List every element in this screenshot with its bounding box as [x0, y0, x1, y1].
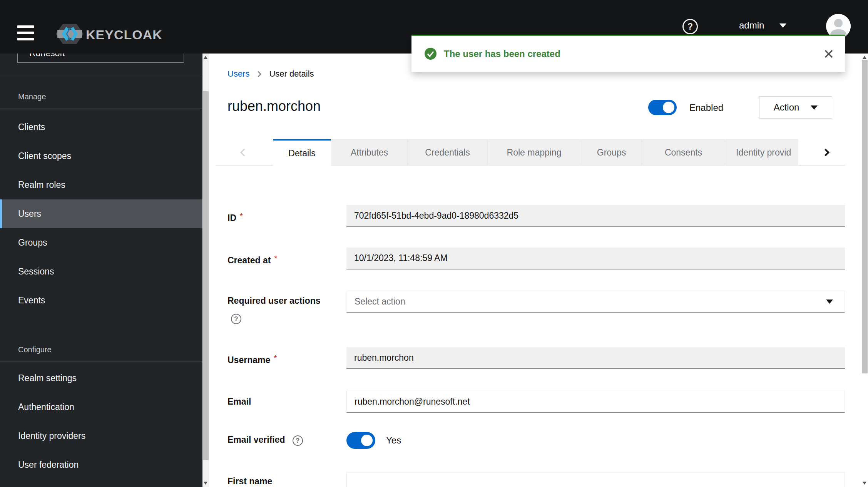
email-field[interactable] [346, 391, 845, 413]
created-at-field[interactable] [346, 248, 845, 269]
sidebar-item-authentication[interactable]: Authentication [0, 393, 202, 422]
sidebar-item-client-scopes[interactable]: Client scopes [0, 142, 202, 171]
sidebar-item-realm-roles[interactable]: Realm roles [0, 171, 202, 199]
required-indicator: * [274, 254, 277, 263]
email-verified-state: Yes [386, 435, 401, 446]
tab-attributes[interactable]: Attributes [331, 139, 408, 166]
sidebar-item-identity-providers[interactable]: Identity providers [0, 422, 202, 450]
scroll-down-icon[interactable] [204, 482, 207, 485]
success-check-icon [425, 48, 437, 60]
enabled-toggle[interactable] [648, 100, 677, 115]
tabs-strip: Details Attributes Credentials Role mapp… [216, 139, 845, 166]
scroll-down-icon[interactable] [863, 482, 866, 485]
user-menu-label: admin [739, 20, 764, 31]
keycloak-admin-console: KEYCLOAK ? admin Runesoft Manage Clients… [0, 0, 868, 487]
nav-section-configure: Configure [0, 337, 202, 362]
page-title: ruben.morchon [227, 98, 321, 114]
keycloak-logo-icon [55, 23, 84, 46]
action-dropdown-button[interactable]: Action [759, 96, 832, 119]
enabled-label: Enabled [689, 102, 723, 113]
chevron-left-icon [240, 149, 248, 156]
scrollbar-thumb[interactable] [203, 91, 209, 460]
help-icon[interactable]: ? [293, 435, 303, 446]
select-placeholder: Select action [355, 296, 405, 307]
sidebar-nav: Runesoft Manage Clients Client scopes Re… [0, 54, 202, 487]
sidebar-item-sessions[interactable]: Sessions [0, 257, 202, 286]
help-icon[interactable]: ? [231, 314, 241, 324]
scrollbar-thumb[interactable] [862, 60, 868, 373]
tab-identity-provider-links[interactable]: Identity provid [725, 139, 798, 166]
chevron-down-icon [779, 23, 786, 28]
breadcrumb-current: User details [269, 69, 314, 79]
page-scrollbar[interactable] [861, 54, 868, 487]
breadcrumb: Users User details [227, 69, 314, 79]
success-toast: The user has been created [411, 35, 845, 72]
toast-message: The user has been created [444, 49, 560, 59]
sidebar-item-clients[interactable]: Clients [0, 113, 202, 142]
help-icon[interactable]: ? [682, 19, 698, 34]
chevron-down-icon [826, 300, 833, 304]
scroll-up-icon[interactable] [204, 56, 207, 59]
username-field[interactable] [346, 347, 845, 369]
email-verified-toggle[interactable] [346, 432, 375, 449]
main-content: Users User details ruben.morchon Enabled… [209, 54, 861, 487]
tab-details[interactable]: Details [273, 139, 331, 166]
tabs-scroll-right-button[interactable] [806, 139, 845, 166]
tab-role-mapping[interactable]: Role mapping [487, 139, 581, 166]
required-indicator: * [274, 353, 277, 362]
chevron-right-icon [822, 149, 830, 156]
breadcrumb-chevron-icon [256, 71, 262, 77]
required-indicator: * [240, 211, 243, 220]
tabs-scroll-left-button[interactable] [216, 139, 273, 166]
chevron-down-icon [811, 105, 818, 110]
sidebar-scrollbar[interactable] [202, 54, 209, 487]
action-label: Action [774, 102, 799, 113]
sidebar-item-groups[interactable]: Groups [0, 228, 202, 257]
first-name-field[interactable] [346, 472, 845, 487]
username-label: Username* [227, 350, 277, 367]
brand-text: KEYCLOAK [86, 27, 162, 42]
sidebar-item-user-federation[interactable]: User federation [0, 450, 202, 479]
id-label: ID* [227, 208, 243, 224]
scroll-up-icon[interactable] [863, 56, 866, 59]
required-user-actions-label: Required user actions [227, 292, 321, 309]
sidebar-item-realm-settings[interactable]: Realm settings [0, 364, 202, 393]
divider [0, 76, 202, 76]
user-menu[interactable]: admin [739, 20, 786, 31]
tab-consents[interactable]: Consents [642, 139, 725, 166]
tab-credentials[interactable]: Credentials [408, 139, 487, 166]
tab-groups[interactable]: Groups [581, 139, 642, 166]
id-field[interactable] [346, 205, 845, 227]
realm-name: Runesoft [29, 54, 65, 58]
tabs: Details Attributes Credentials Role mapp… [273, 139, 798, 166]
email-verified-label: Email verified ? [227, 431, 303, 448]
created-at-label: Created at* [227, 250, 278, 267]
realm-selector[interactable]: Runesoft [17, 54, 184, 63]
nav-section-manage: Manage [0, 84, 202, 109]
keycloak-logo[interactable]: KEYCLOAK [55, 23, 162, 46]
sidebar-item-events[interactable]: Events [0, 286, 202, 315]
close-icon[interactable] [822, 47, 835, 60]
email-label: Email [227, 393, 251, 410]
breadcrumb-users-link[interactable]: Users [227, 69, 249, 79]
required-user-actions-select[interactable]: Select action [346, 291, 845, 313]
sidebar-item-users[interactable]: Users [0, 199, 202, 228]
first-name-label: First name [227, 473, 272, 487]
nav-toggle-icon[interactable] [17, 25, 34, 40]
